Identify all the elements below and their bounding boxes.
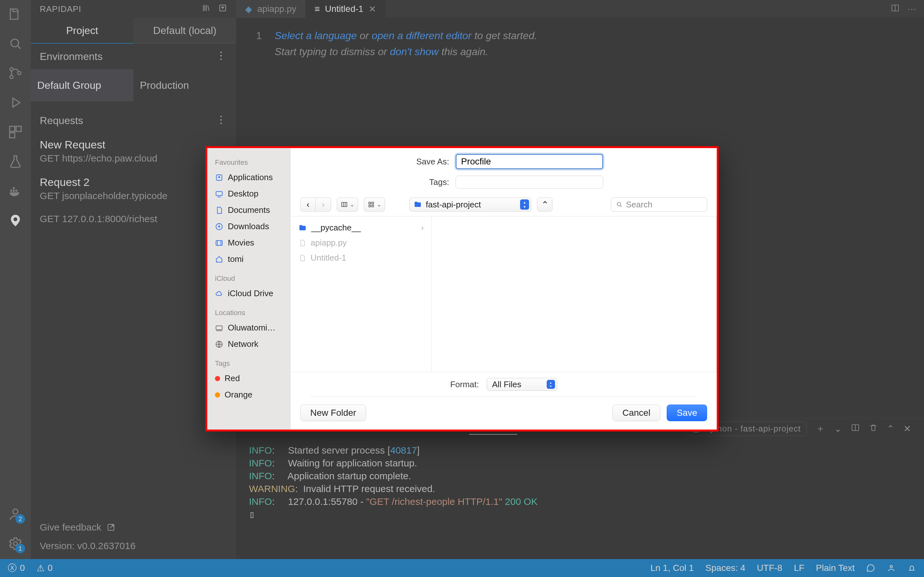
file-column: __pycache__ › apiapp.py Untitled-1 (291, 216, 432, 372)
collapse-button[interactable]: ⌃ (537, 197, 552, 211)
open-editor-link[interactable]: open a different editor (372, 30, 471, 41)
path-selector[interactable]: fast-api-project ▴▾ (409, 197, 531, 211)
line-number: 1 (236, 27, 262, 44)
sidebar-item-applications[interactable]: Applications (207, 169, 291, 185)
editor-tab-untitled[interactable]: ≡ Untitled-1 ✕ (305, 0, 385, 18)
terminal-output[interactable]: INFO: Started server process [40817] INF… (236, 439, 924, 559)
sidebar-item-documents[interactable]: Documents (207, 202, 291, 218)
settings-badge: 1 (15, 544, 25, 553)
svg-rect-6 (10, 133, 15, 138)
trash-icon[interactable] (869, 423, 878, 434)
select-language-link[interactable]: Select a language (275, 30, 357, 41)
file-row[interactable]: apiapp.py (291, 235, 431, 250)
settings-gear-icon[interactable]: 1 (8, 536, 23, 551)
source-control-icon[interactable] (8, 65, 23, 81)
editor-tab-bar: ◆ apiapp.py ≡ Untitled-1 ✕ ⋯ (236, 0, 924, 18)
sidebar-item-desktop[interactable]: Desktop (207, 185, 291, 202)
sidebar-item-icloud-drive[interactable]: iCloud Drive (207, 285, 291, 301)
explorer-icon[interactable] (8, 6, 23, 22)
tab-project[interactable]: Project (31, 18, 134, 44)
status-bar: ⓧ0 ⚠0 Ln 1, Col 1 Spaces: 4 UTF-8 LF Pla… (0, 559, 924, 577)
env-default-group[interactable]: Default Group (31, 69, 134, 101)
close-icon[interactable]: ✕ (368, 5, 376, 13)
run-debug-icon[interactable] (8, 95, 23, 110)
sidebar-tag-orange[interactable]: Orange (207, 387, 291, 403)
stepper-icon: ▴▾ (520, 199, 529, 210)
save-as-input[interactable] (456, 154, 603, 169)
version-label: Version: v0.0.2637016 (40, 540, 227, 551)
stepper-icon: ▴▾ (547, 380, 555, 389)
svg-rect-7 (10, 190, 12, 192)
view-columns-button[interactable]: ⌄ (337, 197, 358, 211)
maximize-panel-icon[interactable]: ⌃ (887, 424, 895, 434)
editor-content[interactable]: 1 Select a language or open a different … (236, 18, 924, 60)
svg-rect-27 (368, 205, 371, 207)
notifications-icon[interactable] (907, 564, 916, 572)
tags-input[interactable] (456, 176, 603, 189)
save-button[interactable]: Save (667, 405, 707, 421)
sidebar-item-mac[interactable]: Oluwatomi… (207, 319, 291, 336)
sidebar-item-movies[interactable]: Movies (207, 235, 291, 251)
chevron-right-icon: › (421, 223, 424, 233)
svg-point-3 (18, 71, 21, 75)
status-spaces[interactable]: Spaces: 4 (706, 563, 746, 573)
more-icon[interactable]: ⋯ (907, 4, 916, 15)
more-icon[interactable]: ⋯ (215, 51, 228, 62)
view-grid-button[interactable]: ⌄ (364, 197, 385, 211)
format-select[interactable]: All Files ▴▾ (487, 378, 557, 391)
environments-label: Environments (40, 51, 103, 63)
status-encoding[interactable]: UTF-8 (757, 563, 782, 573)
file-row[interactable]: Untitled-1 (291, 250, 431, 266)
split-editor-icon[interactable] (891, 3, 900, 15)
nav-back-button[interactable]: ‹ (300, 197, 316, 211)
file-column-empty (432, 216, 717, 372)
chevron-down-icon[interactable]: ⌄ (834, 424, 842, 434)
feedback-icon[interactable] (866, 564, 875, 572)
sidebar-item-downloads[interactable]: Downloads (207, 218, 291, 235)
request-subtitle: GET 127.0.0.1:8000/richest (40, 213, 227, 224)
search-icon[interactable] (8, 36, 23, 51)
status-warnings[interactable]: ⚠0 (37, 563, 53, 574)
new-folder-button[interactable]: New Folder (300, 405, 366, 421)
rapidapi-icon[interactable] (8, 213, 23, 228)
new-terminal-icon[interactable]: ＋ (816, 422, 825, 435)
file-row-folder[interactable]: __pycache__ › (291, 220, 431, 235)
svg-rect-22 (216, 326, 222, 330)
svg-rect-25 (368, 202, 371, 204)
tags-label: Tags: (404, 177, 449, 187)
export-icon[interactable] (218, 3, 227, 15)
cancel-button[interactable]: Cancel (612, 405, 660, 421)
status-errors[interactable]: ⓧ0 (8, 562, 25, 574)
profile-icon[interactable] (887, 564, 896, 572)
svg-rect-21 (216, 240, 222, 245)
dont-show-link[interactable]: don't show (390, 46, 439, 57)
extensions-icon[interactable] (8, 124, 23, 140)
sidebar-item-network[interactable]: Network (207, 336, 291, 352)
env-production[interactable]: Production (134, 69, 236, 101)
nav-forward-button[interactable]: › (316, 197, 331, 211)
docker-icon[interactable] (8, 183, 23, 199)
more-icon[interactable]: ⋯ (215, 115, 228, 126)
account-icon[interactable]: 2 (8, 506, 23, 522)
icloud-label: iCloud (207, 272, 291, 285)
library-icon[interactable] (202, 3, 210, 15)
tab-default-local[interactable]: Default (local) (134, 18, 236, 44)
sidebar-tag-red[interactable]: Red (207, 370, 291, 387)
give-feedback-link[interactable]: Give feedback (40, 522, 227, 533)
close-panel-icon[interactable]: ✕ (903, 424, 911, 434)
terminal-panel: PROBLEMS OUTPUT DEBUG CONSOLE TERMINAL ⋯… (236, 418, 924, 559)
status-eol[interactable]: LF (794, 563, 804, 573)
format-label: Format: (450, 380, 479, 390)
status-language[interactable]: Plain Text (816, 563, 855, 573)
request-subtitle: GET https://echo.paw.cloud (40, 153, 227, 164)
split-terminal-icon[interactable] (851, 423, 860, 434)
status-cursor[interactable]: Ln 1, Col 1 (650, 563, 694, 573)
sidebar-item-home[interactable]: tomi (207, 251, 291, 268)
warning-icon: ⚠ (37, 563, 45, 574)
dialog-sidebar: Favourites Applications Desktop Document… (207, 148, 291, 430)
beaker-icon[interactable] (8, 154, 23, 169)
search-field[interactable]: Search (611, 197, 707, 211)
tags-section-label: Tags (207, 357, 291, 370)
locations-label: Locations (207, 306, 291, 319)
editor-tab-apiapp[interactable]: ◆ apiapp.py (236, 0, 305, 18)
